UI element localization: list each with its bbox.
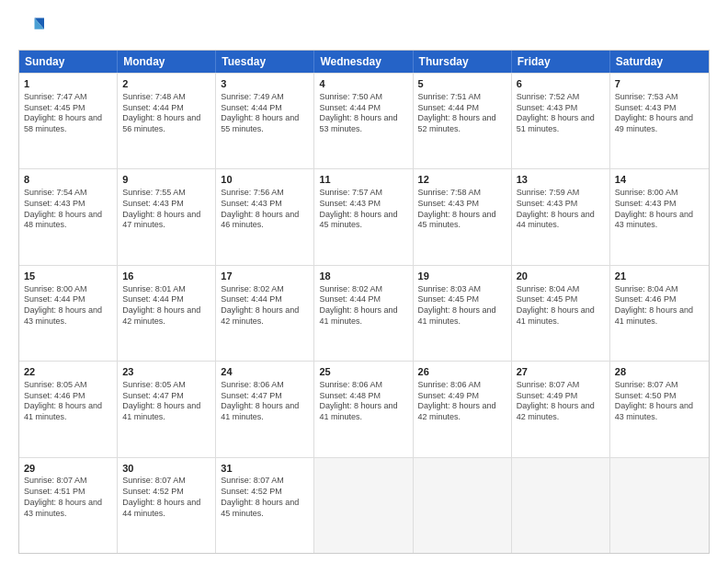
cal-cell-empty [414, 458, 512, 553]
day-info: Sunrise: 7:50 AM Sunset: 4:44 PM Dayligh… [319, 92, 407, 135]
day-info: Sunrise: 8:07 AM Sunset: 4:50 PM Dayligh… [615, 380, 704, 423]
cal-cell-empty [314, 458, 413, 553]
cal-cell-6: 6Sunrise: 7:52 AM Sunset: 4:43 PM Daylig… [512, 74, 610, 168]
header-cell-monday: Monday [118, 51, 216, 73]
cal-cell-28: 28Sunrise: 8:07 AM Sunset: 4:50 PM Dayli… [610, 362, 709, 456]
page: SundayMondayTuesdayWednesdayThursdayFrid… [0, 0, 728, 563]
cal-cell-18: 18Sunrise: 8:02 AM Sunset: 4:44 PM Dayli… [314, 266, 413, 361]
day-info: Sunrise: 7:51 AM Sunset: 4:44 PM Dayligh… [418, 92, 506, 135]
calendar-row-2: 15Sunrise: 8:00 AM Sunset: 4:44 PM Dayli… [19, 265, 709, 361]
day-number: 20 [517, 270, 605, 283]
day-number: 17 [221, 270, 309, 283]
day-info: Sunrise: 7:49 AM Sunset: 4:44 PM Dayligh… [221, 92, 309, 135]
day-number: 9 [122, 173, 210, 187]
cal-cell-31: 31Sunrise: 8:07 AM Sunset: 4:52 PM Dayli… [216, 458, 314, 553]
header-cell-tuesday: Tuesday [216, 51, 314, 73]
cal-cell-24: 24Sunrise: 8:06 AM Sunset: 4:47 PM Dayli… [216, 362, 314, 456]
day-info: Sunrise: 8:07 AM Sunset: 4:49 PM Dayligh… [517, 380, 605, 423]
cal-cell-3: 3Sunrise: 7:49 AM Sunset: 4:44 PM Daylig… [216, 74, 314, 168]
day-number: 15 [24, 270, 112, 283]
cal-cell-29: 29Sunrise: 8:07 AM Sunset: 4:51 PM Dayli… [19, 458, 118, 553]
cal-cell-30: 30Sunrise: 8:07 AM Sunset: 4:52 PM Dayli… [118, 458, 216, 553]
day-number: 7 [615, 77, 704, 91]
day-info: Sunrise: 8:06 AM Sunset: 4:48 PM Dayligh… [319, 380, 407, 423]
day-info: Sunrise: 8:07 AM Sunset: 4:52 PM Dayligh… [122, 476, 210, 519]
day-info: Sunrise: 7:57 AM Sunset: 4:43 PM Dayligh… [319, 188, 407, 231]
cal-cell-15: 15Sunrise: 8:00 AM Sunset: 4:44 PM Dayli… [19, 266, 118, 361]
cal-cell-4: 4Sunrise: 7:50 AM Sunset: 4:44 PM Daylig… [314, 74, 413, 168]
day-number: 27 [517, 365, 605, 379]
day-info: Sunrise: 7:59 AM Sunset: 4:43 PM Dayligh… [517, 188, 605, 231]
day-number: 31 [221, 462, 309, 476]
calendar-row-3: 22Sunrise: 8:05 AM Sunset: 4:46 PM Dayli… [19, 361, 709, 456]
day-info: Sunrise: 8:03 AM Sunset: 4:45 PM Dayligh… [418, 284, 506, 327]
calendar-row-0: 1Sunrise: 7:47 AM Sunset: 4:45 PM Daylig… [19, 73, 709, 168]
day-number: 4 [319, 77, 407, 91]
cal-cell-empty [512, 458, 610, 553]
header-cell-wednesday: Wednesday [314, 51, 413, 73]
day-number: 8 [24, 173, 112, 187]
day-number: 22 [24, 365, 112, 379]
day-number: 25 [319, 365, 407, 379]
cal-cell-empty [610, 458, 709, 553]
cal-cell-13: 13Sunrise: 7:59 AM Sunset: 4:43 PM Dayli… [512, 169, 610, 264]
day-info: Sunrise: 8:05 AM Sunset: 4:46 PM Dayligh… [24, 380, 112, 423]
day-info: Sunrise: 7:48 AM Sunset: 4:44 PM Dayligh… [122, 92, 210, 135]
cal-cell-2: 2Sunrise: 7:48 AM Sunset: 4:44 PM Daylig… [118, 74, 216, 168]
cal-cell-14: 14Sunrise: 8:00 AM Sunset: 4:43 PM Dayli… [610, 169, 709, 264]
calendar-header: SundayMondayTuesdayWednesdayThursdayFrid… [19, 51, 709, 73]
header-cell-saturday: Saturday [610, 51, 709, 73]
day-info: Sunrise: 7:56 AM Sunset: 4:43 PM Dayligh… [221, 188, 309, 231]
day-number: 26 [418, 365, 506, 379]
cal-cell-16: 16Sunrise: 8:01 AM Sunset: 4:44 PM Dayli… [118, 266, 216, 361]
logo [18, 15, 48, 40]
calendar: SundayMondayTuesdayWednesdayThursdayFrid… [18, 50, 710, 554]
day-info: Sunrise: 8:04 AM Sunset: 4:46 PM Dayligh… [615, 284, 704, 327]
cal-cell-9: 9Sunrise: 7:55 AM Sunset: 4:43 PM Daylig… [118, 169, 216, 264]
day-number: 16 [122, 270, 210, 283]
day-number: 6 [517, 77, 605, 91]
day-info: Sunrise: 8:00 AM Sunset: 4:43 PM Dayligh… [615, 188, 704, 231]
day-info: Sunrise: 8:04 AM Sunset: 4:45 PM Dayligh… [517, 284, 605, 327]
day-number: 2 [122, 77, 210, 91]
day-info: Sunrise: 7:53 AM Sunset: 4:43 PM Dayligh… [615, 92, 704, 135]
calendar-body: 1Sunrise: 7:47 AM Sunset: 4:45 PM Daylig… [19, 73, 709, 553]
day-number: 5 [418, 77, 506, 91]
cal-cell-7: 7Sunrise: 7:53 AM Sunset: 4:43 PM Daylig… [610, 74, 709, 168]
cal-cell-5: 5Sunrise: 7:51 AM Sunset: 4:44 PM Daylig… [414, 74, 512, 168]
day-info: Sunrise: 7:54 AM Sunset: 4:43 PM Dayligh… [24, 188, 112, 231]
cal-cell-27: 27Sunrise: 8:07 AM Sunset: 4:49 PM Dayli… [512, 362, 610, 456]
day-number: 1 [24, 77, 112, 91]
logo-icon [18, 15, 44, 40]
day-number: 10 [221, 173, 309, 187]
day-number: 28 [615, 365, 704, 379]
cal-cell-23: 23Sunrise: 8:05 AM Sunset: 4:47 PM Dayli… [118, 362, 216, 456]
day-info: Sunrise: 8:07 AM Sunset: 4:51 PM Dayligh… [24, 476, 112, 519]
header-cell-thursday: Thursday [414, 51, 512, 73]
cal-cell-10: 10Sunrise: 7:56 AM Sunset: 4:43 PM Dayli… [216, 169, 314, 264]
cal-cell-22: 22Sunrise: 8:05 AM Sunset: 4:46 PM Dayli… [19, 362, 118, 456]
day-info: Sunrise: 8:05 AM Sunset: 4:47 PM Dayligh… [122, 380, 210, 423]
day-info: Sunrise: 8:02 AM Sunset: 4:44 PM Dayligh… [319, 284, 407, 327]
day-number: 29 [24, 462, 112, 476]
day-info: Sunrise: 8:07 AM Sunset: 4:52 PM Dayligh… [221, 476, 309, 519]
cal-cell-8: 8Sunrise: 7:54 AM Sunset: 4:43 PM Daylig… [19, 169, 118, 264]
day-info: Sunrise: 8:01 AM Sunset: 4:44 PM Dayligh… [122, 284, 210, 327]
day-info: Sunrise: 8:06 AM Sunset: 4:47 PM Dayligh… [221, 380, 309, 423]
cal-cell-25: 25Sunrise: 8:06 AM Sunset: 4:48 PM Dayli… [314, 362, 413, 456]
day-number: 23 [122, 365, 210, 379]
calendar-row-1: 8Sunrise: 7:54 AM Sunset: 4:43 PM Daylig… [19, 168, 709, 264]
day-number: 14 [615, 173, 704, 187]
day-number: 11 [319, 173, 407, 187]
cal-cell-17: 17Sunrise: 8:02 AM Sunset: 4:44 PM Dayli… [216, 266, 314, 361]
header [18, 15, 710, 40]
cal-cell-11: 11Sunrise: 7:57 AM Sunset: 4:43 PM Dayli… [314, 169, 413, 264]
cal-cell-21: 21Sunrise: 8:04 AM Sunset: 4:46 PM Dayli… [610, 266, 709, 361]
cal-cell-19: 19Sunrise: 8:03 AM Sunset: 4:45 PM Dayli… [414, 266, 512, 361]
cal-cell-1: 1Sunrise: 7:47 AM Sunset: 4:45 PM Daylig… [19, 74, 118, 168]
day-number: 3 [221, 77, 309, 91]
header-cell-sunday: Sunday [19, 51, 118, 73]
calendar-row-4: 29Sunrise: 8:07 AM Sunset: 4:51 PM Dayli… [19, 457, 709, 553]
cal-cell-12: 12Sunrise: 7:58 AM Sunset: 4:43 PM Dayli… [414, 169, 512, 264]
day-info: Sunrise: 7:52 AM Sunset: 4:43 PM Dayligh… [517, 92, 605, 135]
